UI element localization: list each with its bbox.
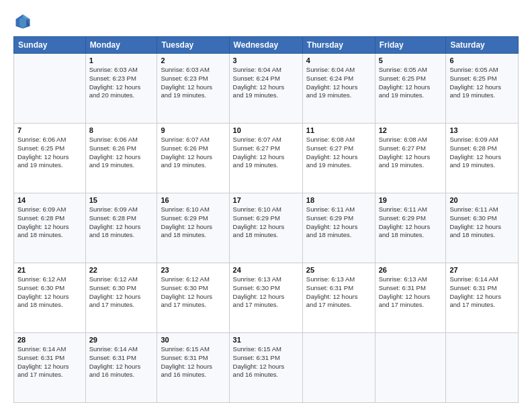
day-number: 29 — [89, 336, 154, 344]
day-cell: 23Sunrise: 6:12 AM Sunset: 6:30 PM Dayli… — [157, 263, 229, 333]
day-number: 7 — [17, 126, 82, 134]
day-info: Sunrise: 6:13 AM Sunset: 6:31 PM Dayligh… — [306, 275, 371, 310]
day-cell: 25Sunrise: 6:13 AM Sunset: 6:31 PM Dayli… — [302, 263, 375, 333]
column-header-friday: Friday — [375, 37, 446, 54]
day-number: 5 — [379, 56, 443, 64]
day-number: 30 — [161, 336, 225, 344]
day-cell: 14Sunrise: 6:09 AM Sunset: 6:28 PM Dayli… — [14, 193, 86, 263]
day-cell: 28Sunrise: 6:14 AM Sunset: 6:31 PM Dayli… — [14, 333, 86, 403]
day-number: 6 — [449, 56, 515, 64]
day-number: 24 — [233, 266, 299, 274]
week-row-5: 28Sunrise: 6:14 AM Sunset: 6:31 PM Dayli… — [14, 333, 519, 403]
day-number: 16 — [161, 196, 225, 204]
day-cell: 10Sunrise: 6:07 AM Sunset: 6:27 PM Dayli… — [229, 124, 302, 193]
day-cell: 31Sunrise: 6:15 AM Sunset: 6:31 PM Dayli… — [229, 333, 302, 403]
day-cell: 26Sunrise: 6:13 AM Sunset: 6:31 PM Dayli… — [375, 263, 446, 333]
day-info: Sunrise: 6:14 AM Sunset: 6:31 PM Dayligh… — [449, 275, 515, 310]
day-info: Sunrise: 6:12 AM Sunset: 6:30 PM Dayligh… — [89, 275, 154, 310]
day-number: 25 — [306, 266, 371, 274]
day-cell: 8Sunrise: 6:06 AM Sunset: 6:26 PM Daylig… — [85, 124, 157, 193]
day-info: Sunrise: 6:07 AM Sunset: 6:26 PM Dayligh… — [161, 136, 225, 170]
day-info: Sunrise: 6:11 AM Sunset: 6:30 PM Dayligh… — [449, 205, 515, 240]
day-cell: 21Sunrise: 6:12 AM Sunset: 6:30 PM Dayli… — [14, 263, 86, 333]
day-number: 22 — [89, 266, 154, 274]
day-number: 31 — [233, 336, 299, 344]
column-header-saturday: Saturday — [446, 37, 519, 54]
column-header-thursday: Thursday — [302, 37, 375, 54]
calendar-table: SundayMondayTuesdayWednesdayThursdayFrid… — [13, 36, 519, 403]
week-row-1: 1Sunrise: 6:03 AM Sunset: 6:23 PM Daylig… — [14, 54, 519, 124]
day-number: 10 — [233, 126, 299, 134]
day-cell: 11Sunrise: 6:08 AM Sunset: 6:27 PM Dayli… — [302, 124, 375, 193]
day-info: Sunrise: 6:14 AM Sunset: 6:31 PM Dayligh… — [17, 345, 82, 379]
week-row-3: 14Sunrise: 6:09 AM Sunset: 6:28 PM Dayli… — [14, 193, 519, 263]
day-cell: 20Sunrise: 6:11 AM Sunset: 6:30 PM Dayli… — [446, 193, 519, 263]
day-cell — [302, 333, 375, 403]
day-cell: 19Sunrise: 6:11 AM Sunset: 6:29 PM Dayli… — [375, 193, 446, 263]
day-number: 9 — [161, 126, 225, 134]
logo-icon — [13, 12, 32, 31]
day-info: Sunrise: 6:10 AM Sunset: 6:29 PM Dayligh… — [161, 205, 225, 240]
page: SundayMondayTuesdayWednesdayThursdayFrid… — [0, 0, 532, 411]
day-cell: 1Sunrise: 6:03 AM Sunset: 6:23 PM Daylig… — [85, 54, 157, 124]
day-number: 27 — [449, 266, 515, 274]
day-cell: 5Sunrise: 6:05 AM Sunset: 6:25 PM Daylig… — [375, 54, 446, 124]
day-number: 1 — [89, 56, 154, 64]
day-number: 12 — [379, 126, 443, 134]
day-number: 26 — [379, 266, 443, 274]
day-info: Sunrise: 6:15 AM Sunset: 6:31 PM Dayligh… — [161, 345, 225, 379]
day-cell: 27Sunrise: 6:14 AM Sunset: 6:31 PM Dayli… — [446, 263, 519, 333]
day-info: Sunrise: 6:12 AM Sunset: 6:30 PM Dayligh… — [17, 275, 82, 310]
day-cell — [446, 333, 519, 403]
day-number: 28 — [17, 336, 82, 344]
header — [13, 12, 519, 31]
day-info: Sunrise: 6:05 AM Sunset: 6:25 PM Dayligh… — [379, 66, 443, 100]
day-info: Sunrise: 6:11 AM Sunset: 6:29 PM Dayligh… — [306, 205, 371, 240]
day-number: 20 — [449, 196, 515, 204]
day-info: Sunrise: 6:08 AM Sunset: 6:27 PM Dayligh… — [306, 136, 371, 170]
day-info: Sunrise: 6:10 AM Sunset: 6:29 PM Dayligh… — [233, 205, 299, 240]
day-cell: 2Sunrise: 6:03 AM Sunset: 6:23 PM Daylig… — [157, 54, 229, 124]
day-number: 14 — [17, 196, 82, 204]
day-cell: 29Sunrise: 6:14 AM Sunset: 6:31 PM Dayli… — [85, 333, 157, 403]
week-row-4: 21Sunrise: 6:12 AM Sunset: 6:30 PM Dayli… — [14, 263, 519, 333]
day-cell — [14, 54, 86, 124]
day-info: Sunrise: 6:03 AM Sunset: 6:23 PM Dayligh… — [161, 66, 225, 100]
column-header-tuesday: Tuesday — [157, 37, 229, 54]
day-info: Sunrise: 6:13 AM Sunset: 6:31 PM Dayligh… — [379, 275, 443, 310]
day-cell: 6Sunrise: 6:05 AM Sunset: 6:25 PM Daylig… — [446, 54, 519, 124]
day-cell — [375, 333, 446, 403]
day-number: 11 — [306, 126, 371, 134]
day-cell: 4Sunrise: 6:04 AM Sunset: 6:24 PM Daylig… — [302, 54, 375, 124]
day-cell: 7Sunrise: 6:06 AM Sunset: 6:25 PM Daylig… — [14, 124, 86, 193]
day-cell: 3Sunrise: 6:04 AM Sunset: 6:24 PM Daylig… — [229, 54, 302, 124]
day-info: Sunrise: 6:04 AM Sunset: 6:24 PM Dayligh… — [233, 66, 299, 100]
day-cell: 13Sunrise: 6:09 AM Sunset: 6:28 PM Dayli… — [446, 124, 519, 193]
logo — [13, 12, 35, 31]
day-info: Sunrise: 6:14 AM Sunset: 6:31 PM Dayligh… — [89, 345, 154, 379]
column-header-wednesday: Wednesday — [229, 37, 302, 54]
day-info: Sunrise: 6:05 AM Sunset: 6:25 PM Dayligh… — [449, 66, 515, 100]
day-cell: 17Sunrise: 6:10 AM Sunset: 6:29 PM Dayli… — [229, 193, 302, 263]
column-header-monday: Monday — [85, 37, 157, 54]
day-number: 8 — [89, 126, 154, 134]
day-cell: 24Sunrise: 6:13 AM Sunset: 6:30 PM Dayli… — [229, 263, 302, 333]
day-cell: 18Sunrise: 6:11 AM Sunset: 6:29 PM Dayli… — [302, 193, 375, 263]
column-header-sunday: Sunday — [14, 37, 86, 54]
day-info: Sunrise: 6:13 AM Sunset: 6:30 PM Dayligh… — [233, 275, 299, 310]
day-info: Sunrise: 6:15 AM Sunset: 6:31 PM Dayligh… — [233, 345, 299, 379]
day-info: Sunrise: 6:09 AM Sunset: 6:28 PM Dayligh… — [17, 205, 82, 240]
day-info: Sunrise: 6:04 AM Sunset: 6:24 PM Dayligh… — [306, 66, 371, 100]
day-cell: 9Sunrise: 6:07 AM Sunset: 6:26 PM Daylig… — [157, 124, 229, 193]
day-info: Sunrise: 6:11 AM Sunset: 6:29 PM Dayligh… — [379, 205, 443, 240]
day-number: 17 — [233, 196, 299, 204]
week-row-2: 7Sunrise: 6:06 AM Sunset: 6:25 PM Daylig… — [14, 124, 519, 193]
day-number: 18 — [306, 196, 371, 204]
day-number: 15 — [89, 196, 154, 204]
day-cell: 15Sunrise: 6:09 AM Sunset: 6:28 PM Dayli… — [85, 193, 157, 263]
day-number: 2 — [161, 56, 225, 64]
day-number: 23 — [161, 266, 225, 274]
day-cell: 16Sunrise: 6:10 AM Sunset: 6:29 PM Dayli… — [157, 193, 229, 263]
day-number: 19 — [379, 196, 443, 204]
day-info: Sunrise: 6:09 AM Sunset: 6:28 PM Dayligh… — [449, 136, 515, 170]
